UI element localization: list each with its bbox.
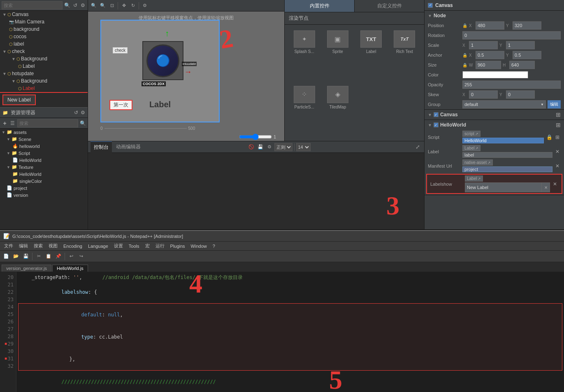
np-paste-btn[interactable]: 📌 xyxy=(54,252,63,261)
np-save-btn[interactable]: 💾 xyxy=(21,252,30,261)
labelshow-clear-btn[interactable]: ✕ xyxy=(542,182,550,192)
tree-item-check-background[interactable]: ▼ ⬡ Background xyxy=(0,55,88,62)
add-asset-btn[interactable]: + xyxy=(2,120,8,127)
np-copy-btn[interactable]: 📋 xyxy=(44,252,53,261)
color-swatch[interactable] xyxy=(462,71,528,78)
scale-y-input[interactable] xyxy=(506,41,535,49)
render-node-splash[interactable]: ✦ Splash S... xyxy=(289,29,320,82)
render-node-sprite[interactable]: ▣ Sprite xyxy=(322,29,353,82)
asset-item-project[interactable]: 📄 project xyxy=(0,184,88,191)
console-save-btn[interactable]: 💾 xyxy=(256,143,265,151)
menu-window[interactable]: Window xyxy=(188,244,209,249)
font-size-select[interactable]: 14 12 16 xyxy=(296,143,311,151)
canvas-section-checkbox[interactable]: ✓ xyxy=(434,112,439,117)
asset-item-assets[interactable]: ▼ 📁 assets xyxy=(0,129,88,136)
canvas-section-expand[interactable]: ⊞ xyxy=(556,111,561,118)
rotation-input[interactable] xyxy=(462,31,561,39)
menu-tools[interactable]: Tools xyxy=(126,244,142,249)
tree-item-canvas[interactable]: ▼ ⬡ Canvas xyxy=(0,11,88,18)
asset-item-texture[interactable]: ▼ 📁 Texture xyxy=(0,164,88,171)
tab-custom[interactable]: 自定义控件 xyxy=(355,0,424,12)
refresh-icon[interactable]: ↺ xyxy=(72,2,78,9)
menu-macro[interactable]: 宏 xyxy=(143,243,152,249)
menu-encoding[interactable]: Encoding xyxy=(61,244,85,249)
menu-edit[interactable]: 编辑 xyxy=(16,243,30,249)
render-node-richtext[interactable]: TxT Rich Text xyxy=(389,29,420,82)
menu-file[interactable]: 文件 xyxy=(2,243,16,249)
menu-run[interactable]: 运行 xyxy=(153,243,167,249)
menu-search[interactable]: 搜索 xyxy=(31,243,45,249)
move-btn[interactable]: ✥ xyxy=(120,2,128,10)
console-filter-btn[interactable]: ⚙ xyxy=(265,143,274,151)
asset-item-singlecolor[interactable]: 📁 singleColor xyxy=(0,178,88,184)
tree-item-background[interactable]: ⬡ background xyxy=(0,25,88,33)
np-redo-btn[interactable]: ↪ xyxy=(77,252,86,261)
zoom-out-btn[interactable]: 🔍 xyxy=(99,2,107,10)
console-clear-btn[interactable]: 🚫 xyxy=(247,143,255,151)
menu-plugins[interactable]: Plugins xyxy=(168,244,188,249)
menu-settings[interactable]: 设置 xyxy=(111,243,125,249)
zoom-fit-btn[interactable]: ⊡ xyxy=(108,2,116,10)
position-y-input[interactable] xyxy=(513,21,541,30)
manifest-value-field[interactable]: project xyxy=(462,166,552,172)
helloworld-section-header[interactable]: ▼ ✓ HelloWorld ⊞ xyxy=(425,120,564,130)
asset-item-script[interactable]: ▼ 📁 Script xyxy=(0,150,88,157)
tab-builtin[interactable]: 内置控件 xyxy=(285,0,355,12)
group-edit-btn[interactable]: 编辑 xyxy=(548,100,561,108)
hw-expand-btn[interactable]: ⊞ xyxy=(556,122,561,128)
np-cut-btn[interactable]: ✂ xyxy=(34,252,43,261)
skew-x-input[interactable] xyxy=(469,90,498,99)
sort-btn[interactable]: ☰ xyxy=(9,120,16,127)
labelshow-input[interactable] xyxy=(465,182,542,192)
tree-item-check-label[interactable]: ⬡ Label xyxy=(0,62,88,70)
asset-item-helloworld-js[interactable]: 📄 HelloWorld xyxy=(0,157,88,164)
scene-search-input[interactable] xyxy=(2,1,63,9)
tree-item-label[interactable]: ⬡ label xyxy=(0,40,88,48)
tab-helloworld-js[interactable]: HelloWorld.js xyxy=(52,265,88,272)
animation-tab-label[interactable]: 动画编辑器 xyxy=(113,141,144,153)
np-undo-btn[interactable]: ↩ xyxy=(67,252,76,261)
np-new-btn[interactable]: 📄 xyxy=(2,252,11,261)
console-expand-btn[interactable]: ⤢ xyxy=(413,143,422,151)
labelshow-remove-btn[interactable]: ✕ xyxy=(552,181,558,187)
settings-icon[interactable]: ⚙ xyxy=(80,2,86,9)
canvas-checkbox[interactable]: ✓ xyxy=(428,3,433,8)
script-value-field[interactable]: HelloWorld xyxy=(462,138,544,143)
first-time-btn[interactable]: 第一次 xyxy=(109,100,132,110)
new-label-button[interactable]: New Label xyxy=(2,95,36,105)
tree-item-cocos[interactable]: ⬡ cocos xyxy=(0,33,88,40)
tab-version-generator[interactable]: version_generator.js xyxy=(2,265,51,272)
anchor-x-input[interactable] xyxy=(476,51,504,59)
label-value-field[interactable]: label xyxy=(462,152,552,158)
render-node-label[interactable]: TXT Label xyxy=(356,29,387,82)
console-tab-label[interactable]: 控制台 xyxy=(91,141,112,153)
scale-x-input[interactable] xyxy=(469,41,498,49)
search-icon[interactable]: 🔍 xyxy=(64,2,70,9)
opacity-input[interactable] xyxy=(462,81,561,89)
asset-item-helloworld-tex[interactable]: 📁 HelloWorld xyxy=(0,171,88,178)
asset-search-input[interactable] xyxy=(17,119,78,127)
size-h-input[interactable] xyxy=(509,61,535,69)
menu-language[interactable]: Language xyxy=(86,244,111,249)
hw-checkbox[interactable]: ✓ xyxy=(434,122,439,127)
node-section-header[interactable]: ▼ Node xyxy=(425,11,564,21)
menu-help[interactable]: ? xyxy=(210,244,218,249)
size-w-input[interactable] xyxy=(476,61,501,69)
tree-item-main-camera[interactable]: 📷 Main Camera xyxy=(0,18,88,25)
tree-item-check[interactable]: ▼ ⬡ check xyxy=(0,48,88,55)
tree-item-hotupdate-background[interactable]: ▼ ⬡ Background xyxy=(0,77,88,85)
asset-item-version[interactable]: 📄 version xyxy=(0,191,88,198)
script-edit-btn[interactable]: ⊞ xyxy=(554,134,561,141)
asset-settings-btn[interactable]: ⚙ xyxy=(81,110,85,115)
canvas-section-header[interactable]: ▼ ✓ Canvas ⊞ xyxy=(425,110,564,120)
position-x-input[interactable] xyxy=(476,21,504,30)
asset-refresh-btn[interactable]: ↺ xyxy=(74,110,78,115)
console-level-select[interactable]: 正则 All xyxy=(274,143,292,151)
rotate-btn[interactable]: ↻ xyxy=(129,2,137,10)
tree-item-hotupdate[interactable]: ▼ ⬡ hotupdate xyxy=(0,70,88,77)
scene-settings-btn[interactable]: ⚙ xyxy=(141,2,149,10)
label-remove-btn[interactable]: ✕ xyxy=(554,148,561,155)
np-open-btn[interactable]: 📂 xyxy=(12,252,21,261)
anchor-y-input[interactable] xyxy=(513,51,541,59)
manifest-remove-btn[interactable]: ✕ xyxy=(554,163,561,169)
